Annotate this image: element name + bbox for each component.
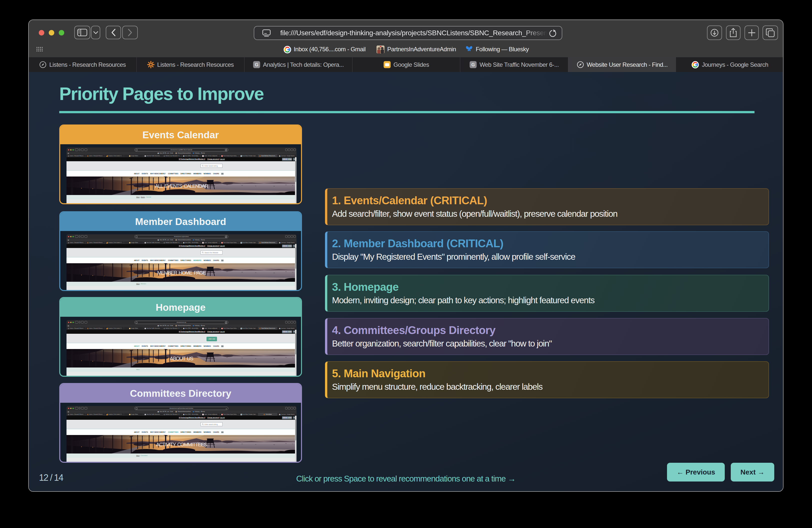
svg-text:G: G: [472, 62, 475, 67]
svg-text:G: G: [255, 62, 258, 67]
